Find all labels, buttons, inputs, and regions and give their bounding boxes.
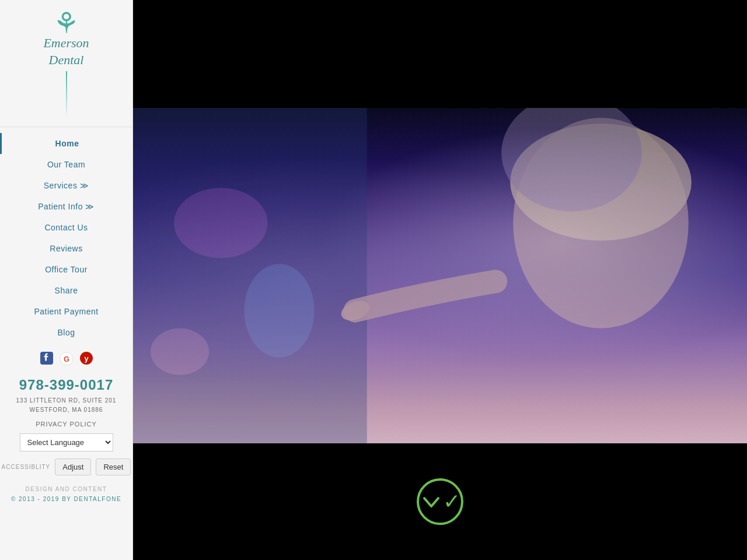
address-line2: WESTFORD, MA 01886 (30, 407, 103, 413)
svg-rect-5 (133, 108, 367, 443)
google-icon[interactable]: G (60, 352, 73, 368)
nav-item-contact-us[interactable]: Contact Us (0, 217, 132, 238)
scroll-down-button[interactable] (417, 478, 463, 525)
logo-line1: Emerson (43, 36, 89, 50)
nav-item-services[interactable]: Services ≫ (0, 175, 132, 196)
logo-area: ⚘ Emerson Dental (0, 0, 132, 127)
accessibility-label: ACCESSIBLITY (2, 464, 51, 470)
yelp-icon[interactable]: y (80, 352, 93, 368)
address: 133 LITTLETON RD, SUITE 201 WESTFORD, MA… (16, 396, 117, 415)
svg-point-7 (244, 264, 314, 357)
phone-number[interactable]: 978-399-0017 (19, 377, 113, 393)
logo-snake-icon: ⚘ (53, 12, 79, 35)
footer-credit: DESIGN AND CONTENT © 2013 - 2019 BY DENT… (11, 484, 121, 504)
hero-illustration (133, 108, 747, 443)
svg-text:y: y (84, 354, 89, 363)
adjust-button[interactable]: Adjust (55, 459, 91, 475)
reset-button[interactable]: Reset (96, 459, 131, 475)
facebook-icon[interactable] (40, 352, 53, 368)
bottom-black-bar (133, 443, 747, 560)
main-nav: HomeOur TeamServices ≫Patient Info ≫Cont… (0, 133, 132, 343)
nav-item-patient-info[interactable]: Patient Info ≫ (0, 196, 132, 217)
accessibility-row: ACCESSIBLITY Adjust Reset (2, 459, 131, 475)
language-select[interactable]: Select Language English Spanish French (20, 433, 113, 452)
hero-image (133, 108, 747, 443)
nav-item-blog[interactable]: Blog (0, 322, 132, 343)
nav-item-patient-payment[interactable]: Patient Payment (0, 301, 132, 322)
facebook-icon (40, 352, 53, 365)
privacy-policy-link[interactable]: PRIVACY POLICY (36, 421, 97, 428)
svg-text:G: G (64, 354, 69, 363)
nav-item-our-team[interactable]: Our Team (0, 154, 132, 175)
checkmark-down-icon (420, 490, 443, 513)
top-black-bar (133, 0, 747, 108)
svg-point-6 (174, 188, 267, 258)
nav-item-share[interactable]: Share (0, 280, 132, 301)
logo-line2: Dental (49, 52, 84, 67)
logo-text: Emerson Dental (43, 35, 89, 68)
footer-line2[interactable]: © 2013 - 2019 BY DENTALFONE (11, 496, 121, 502)
social-icons: G y (40, 352, 93, 368)
nav-item-office-tour[interactable]: Office Tour (0, 259, 132, 280)
address-line1: 133 LITTLETON RD, SUITE 201 (16, 397, 117, 404)
yelp-icon: y (80, 352, 93, 365)
sidebar: ⚘ Emerson Dental HomeOur TeamServices ≫P… (0, 0, 133, 560)
nav-item-reviews[interactable]: Reviews (0, 238, 132, 259)
google-icon: G (60, 352, 73, 365)
svg-point-8 (151, 328, 209, 375)
main-content (133, 0, 747, 560)
footer-line1: DESIGN AND CONTENT (26, 486, 107, 492)
logo-divider (66, 71, 67, 118)
nav-item-home[interactable]: Home (0, 133, 132, 154)
